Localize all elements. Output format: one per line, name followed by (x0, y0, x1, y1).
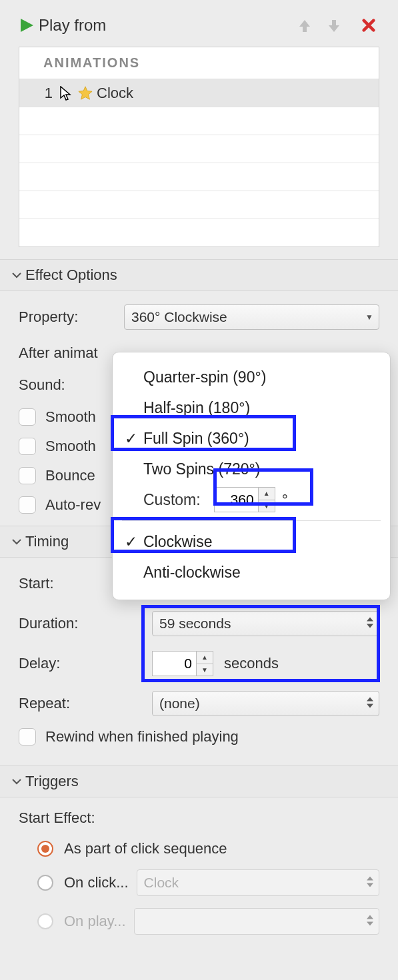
repeat-label: Repeat: (19, 695, 152, 712)
animations-list: ANIMATIONS 1 Clock (19, 47, 379, 247)
duration-label: Duration: (19, 615, 152, 632)
popup-item-quarter-spin[interactable]: Quarter-spin (90°) (113, 362, 390, 392)
property-combo[interactable]: 360° Clockwise ▼ (124, 304, 379, 330)
move-up-button (294, 15, 315, 36)
start-effect-label: Start Effect: (19, 809, 379, 827)
delay-label: Delay: (19, 655, 152, 672)
stepper-icon (367, 698, 373, 710)
property-popup: Quarter-spin (90°) Half-spin (180°) ✓ Fu… (112, 352, 391, 600)
sound-label: Sound: (19, 376, 124, 394)
stepper-icon (367, 877, 373, 889)
popup-separator (122, 520, 381, 521)
delay-spinner[interactable]: ▲▼ (152, 651, 213, 676)
delay-unit: seconds (224, 655, 279, 672)
radio-button[interactable] (37, 841, 53, 857)
svg-marker-5 (367, 624, 373, 628)
checkbox[interactable] (19, 728, 36, 745)
checkbox[interactable] (19, 408, 36, 426)
svg-marker-0 (21, 19, 33, 32)
trigger-on-click-of[interactable]: On click... Clock (37, 869, 379, 896)
svg-marker-10 (367, 915, 373, 919)
animation-name: Clock (97, 85, 133, 102)
spinner-buttons[interactable]: ▲▼ (258, 487, 275, 512)
triggers-header[interactable]: Triggers (0, 765, 398, 797)
play-icon[interactable] (19, 17, 35, 33)
svg-marker-6 (367, 698, 373, 702)
repeat-combo[interactable]: (none) (152, 691, 379, 716)
move-down-button (323, 15, 345, 36)
animation-row-empty (19, 219, 379, 246)
svg-marker-8 (367, 877, 373, 881)
checkbox[interactable] (19, 496, 36, 514)
radio-button[interactable] (37, 875, 53, 891)
dropdown-arrow-icon: ▼ (365, 312, 373, 322)
remove-animation-button[interactable] (358, 15, 379, 36)
on-play-target-combo (134, 908, 379, 935)
stepper-icon (367, 915, 373, 928)
custom-degrees-spinner[interactable]: ▲▼ (214, 487, 275, 512)
checkbox[interactable] (19, 467, 36, 484)
radio-button (37, 913, 53, 929)
svg-marker-1 (79, 86, 92, 99)
svg-marker-11 (367, 922, 373, 926)
play-from-label[interactable]: Play from (39, 16, 106, 35)
on-click-target-combo: Clock (137, 869, 379, 896)
rewind-row[interactable]: Rewind when finished playing (19, 728, 379, 745)
svg-marker-9 (367, 883, 373, 887)
triggers-body: Start Effect: As part of click sequence … (0, 797, 398, 935)
animation-row[interactable]: 1 Clock (19, 79, 379, 107)
popup-item-anticlockwise[interactable]: Anti-clockwise (113, 557, 390, 588)
animation-row-empty (19, 107, 379, 135)
check-icon: ✓ (125, 533, 143, 551)
check-icon: ✓ (125, 430, 143, 448)
animations-header: ANIMATIONS (19, 47, 379, 79)
delay-input[interactable] (152, 651, 196, 676)
effect-options-header[interactable]: Effect Options (0, 259, 398, 291)
custom-degrees-input[interactable] (214, 487, 258, 512)
property-label: Property: (19, 308, 124, 326)
animation-row-empty (19, 191, 379, 219)
trigger-on-play-of: On play... (37, 908, 379, 935)
svg-marker-7 (367, 704, 373, 708)
popup-item-custom[interactable]: Custom: ▲▼ ° (113, 484, 390, 515)
popup-item-half-spin[interactable]: Half-spin (180°) (113, 392, 390, 423)
checkbox[interactable] (19, 438, 36, 455)
chevron-down-icon (8, 536, 25, 547)
after-animation-label: After animat (19, 344, 124, 362)
popup-item-two-spins[interactable]: Two Spins (720°) (113, 454, 390, 484)
svg-marker-4 (367, 618, 373, 622)
chevron-down-icon (8, 270, 25, 280)
animation-index: 1 (30, 85, 57, 102)
animation-row-empty (19, 135, 379, 163)
duration-combo[interactable]: 59 seconds (152, 611, 379, 636)
emphasis-icon (74, 86, 97, 101)
popup-item-clockwise[interactable]: ✓ Clockwise (113, 526, 390, 557)
onclick-icon (57, 86, 74, 101)
play-toolbar: Play from (0, 0, 398, 44)
animation-row-empty (19, 163, 379, 191)
stepper-icon (367, 618, 373, 630)
chevron-down-icon (8, 776, 25, 787)
popup-item-full-spin[interactable]: ✓ Full Spin (360°) (113, 423, 390, 454)
trigger-click-sequence[interactable]: As part of click sequence (37, 840, 379, 857)
spinner-buttons[interactable]: ▲▼ (196, 651, 213, 676)
